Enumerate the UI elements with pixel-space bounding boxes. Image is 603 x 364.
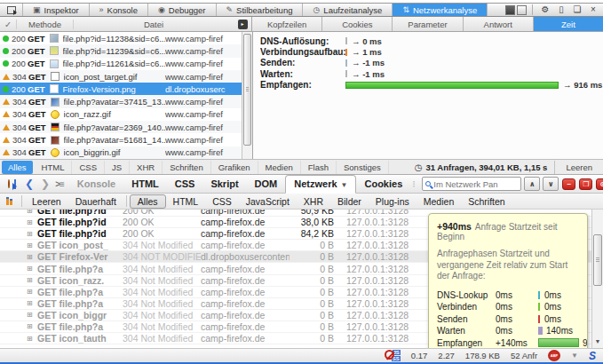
settings-gear-icon[interactable]: ⚙ bbox=[538, 4, 552, 16]
stylish-icon[interactable]: S bbox=[589, 350, 596, 362]
command-line-icon[interactable]: >≡ bbox=[53, 179, 69, 189]
filter-js[interactable]: JS bbox=[105, 161, 130, 174]
popout-window-icon[interactable]: ❏ bbox=[570, 4, 584, 16]
detail-tab-kopfzeilen[interactable]: Kopfzeilen bbox=[252, 17, 322, 31]
search-box[interactable] bbox=[422, 177, 521, 191]
inspect-element-icon[interactable] bbox=[14, 179, 16, 189]
firebug-tab-css[interactable]: CSS bbox=[167, 176, 203, 193]
clear-button[interactable]: Leeren bbox=[25, 195, 68, 208]
request-row[interactable]: 304GETfile.php?avatar=51681_14...www.cam… bbox=[0, 133, 242, 146]
request-row[interactable]: 200GETfile.php?id=11239&sid=c6...www.cam… bbox=[0, 44, 242, 57]
request-row[interactable]: 304GETfile.php?avatar=2369_140...www.cam… bbox=[0, 121, 242, 133]
tab-laufzeitanalyse[interactable]: ◷Laufzeitanalyse bbox=[303, 4, 393, 16]
expand-icon[interactable]: ⊞ bbox=[27, 241, 37, 249]
firebug-tab-html[interactable]: HTML bbox=[123, 176, 167, 193]
filter-flash[interactable]: Flash bbox=[301, 161, 337, 174]
net-filter-javascript[interactable]: JavaScript bbox=[239, 195, 297, 208]
avatar-thumbnail bbox=[51, 136, 60, 145]
request-list-scrollbar[interactable] bbox=[242, 32, 252, 159]
request-row[interactable]: 200GETfile.php?id=11238&sid=c6...www.cam… bbox=[0, 32, 242, 44]
expand-icon[interactable]: ⊞ bbox=[27, 210, 37, 215]
detail-tab-parameter[interactable]: Parameter bbox=[393, 17, 463, 31]
tab-konsole[interactable]: »Konsole bbox=[90, 4, 148, 16]
dock-sidebar-icon[interactable]: ▯ bbox=[554, 4, 568, 16]
scrollbar-thumb[interactable] bbox=[243, 34, 251, 146]
request-row[interactable]: 304GETfile.php?avatar=37415_13...www.cam… bbox=[0, 95, 242, 107]
file-column-header[interactable]: Datei bbox=[73, 20, 234, 29]
element-picker-button[interactable] bbox=[0, 4, 23, 16]
tab-inspektor[interactable]: ▣Inspektor bbox=[23, 4, 90, 16]
filter-medien[interactable]: Medien bbox=[258, 161, 301, 174]
image-thumbnail bbox=[50, 59, 59, 68]
filter-xhr[interactable]: XHR bbox=[130, 161, 163, 174]
request-row[interactable]: 200GETfile.php?id=11261&sid=c6...www.cam… bbox=[0, 58, 242, 70]
filter-alles[interactable]: Alles bbox=[2, 161, 33, 174]
net-filter-bilder[interactable]: Bilder bbox=[330, 195, 369, 208]
tab-netzwerkanalyse[interactable]: ⇅Netzwerkanalyse bbox=[393, 4, 488, 16]
firebug-icon[interactable] bbox=[8, 179, 10, 188]
net-filter-medien[interactable]: Medien bbox=[417, 195, 461, 208]
firebug-tab-dom[interactable]: DOM bbox=[247, 176, 286, 193]
timeline-bars-icon[interactable] bbox=[6, 197, 12, 205]
firebug-tab-skript[interactable]: Skript bbox=[202, 176, 246, 193]
back-icon[interactable]: ❮ bbox=[21, 178, 37, 190]
filter-sonstiges[interactable]: Sonstiges bbox=[337, 161, 389, 174]
firebug-tab-netzwerk[interactable]: Netzwerk▼ bbox=[285, 175, 356, 194]
adblock-icon[interactable]: ABP bbox=[548, 350, 560, 361]
firebug-tab-konsole[interactable]: Konsole bbox=[69, 176, 123, 193]
request-row[interactable]: 304GETicon_biggrin.gifwww.camp-firef bbox=[0, 146, 242, 159]
filter-css[interactable]: CSS bbox=[72, 161, 105, 174]
clear-requests-button[interactable]: Leeren bbox=[554, 161, 603, 174]
search-input[interactable] bbox=[433, 179, 513, 189]
minimize-firebug-icon[interactable]: − bbox=[562, 178, 575, 190]
expand-icon[interactable]: ⊞ bbox=[27, 288, 37, 296]
tab-debugger[interactable]: ◉Debugger bbox=[148, 4, 217, 16]
net-filter-css[interactable]: CSS bbox=[205, 195, 239, 208]
tooltip-description: Anfragephasen Startzeit und vergangene Z… bbox=[437, 249, 579, 282]
expand-icon[interactable]: ⊞ bbox=[27, 322, 37, 330]
status-column-header[interactable]: ✓ bbox=[0, 20, 16, 29]
persist-button[interactable]: Dauerhaft bbox=[68, 195, 123, 208]
filter-schriften[interactable]: Schriften bbox=[163, 161, 211, 174]
expand-icon[interactable]: ⊞ bbox=[27, 276, 37, 284]
tab-stilbearbeitung[interactable]: ✎Stilbearbeitung bbox=[217, 4, 304, 16]
js-blocked-icon[interactable]: JSSS bbox=[385, 350, 401, 361]
expand-icon[interactable]: ⊞ bbox=[27, 265, 37, 273]
close-firebug-icon[interactable]: ⊙ bbox=[596, 178, 603, 190]
detach-firebug-icon[interactable]: ❒ bbox=[579, 178, 592, 190]
expand-icon[interactable]: ⊞ bbox=[27, 218, 37, 226]
find-next-button[interactable]: ∨ bbox=[543, 177, 559, 191]
scrollbar-thumb[interactable] bbox=[593, 234, 602, 286]
request-row[interactable]: 304GETicon_razz.gifwww.camp-firef bbox=[0, 108, 242, 121]
extra-tool-icon[interactable] bbox=[505, 5, 515, 15]
net-filter-html[interactable]: HTML bbox=[166, 195, 206, 208]
scratchpad-icon[interactable] bbox=[517, 5, 527, 15]
expand-icon[interactable]: ⊞ bbox=[27, 335, 37, 343]
net-filter-xhr[interactable]: XHR bbox=[297, 195, 330, 208]
request-row-selected[interactable]: 200GETFirefox-Version.pngdl.dropboxuserc bbox=[0, 83, 242, 95]
request-row[interactable]: 304GETicon_post_target.gifwww.camp-firef bbox=[0, 70, 242, 83]
detail-tab-antwort[interactable]: Antwort bbox=[464, 17, 534, 31]
detail-tab-zeit[interactable]: Zeit bbox=[534, 17, 603, 31]
expand-icon[interactable]: ⊞ bbox=[27, 253, 37, 261]
chevron-down-icon[interactable]: ▼ bbox=[571, 352, 578, 360]
net-filter-schriften[interactable]: Schriften bbox=[461, 195, 512, 208]
net-filter-plugins[interactable]: Plug-ins bbox=[369, 195, 417, 208]
firebug-scrollbar[interactable]: ▼ bbox=[591, 210, 603, 348]
expand-icon[interactable]: ⊞ bbox=[27, 311, 37, 319]
find-previous-button[interactable]: ∧ bbox=[524, 177, 540, 191]
detail-tab-cookies[interactable]: Cookies bbox=[322, 17, 393, 31]
close-devtools-icon[interactable]: × bbox=[586, 4, 600, 16]
filter-grafiken[interactable]: Grafiken bbox=[211, 161, 258, 174]
filter-html[interactable]: HTML bbox=[35, 161, 73, 174]
expand-icon[interactable]: ⊞ bbox=[27, 230, 37, 238]
method-column-header[interactable]: Methode bbox=[16, 20, 73, 29]
scrollbar-down-icon[interactable]: ▼ bbox=[592, 336, 603, 347]
tooltip-timing-row: Warten0ms140ms bbox=[437, 325, 579, 337]
net-filter-alles[interactable]: Alles bbox=[130, 194, 166, 209]
toggle-details-icon: ▸ bbox=[238, 20, 248, 29]
expand-icon[interactable]: ⊞ bbox=[27, 299, 37, 307]
forward-icon[interactable]: ❯ bbox=[37, 178, 53, 190]
firebug-tab-cookies[interactable]: Cookies bbox=[356, 176, 410, 193]
toggle-details-button[interactable]: ▸ bbox=[234, 20, 251, 29]
